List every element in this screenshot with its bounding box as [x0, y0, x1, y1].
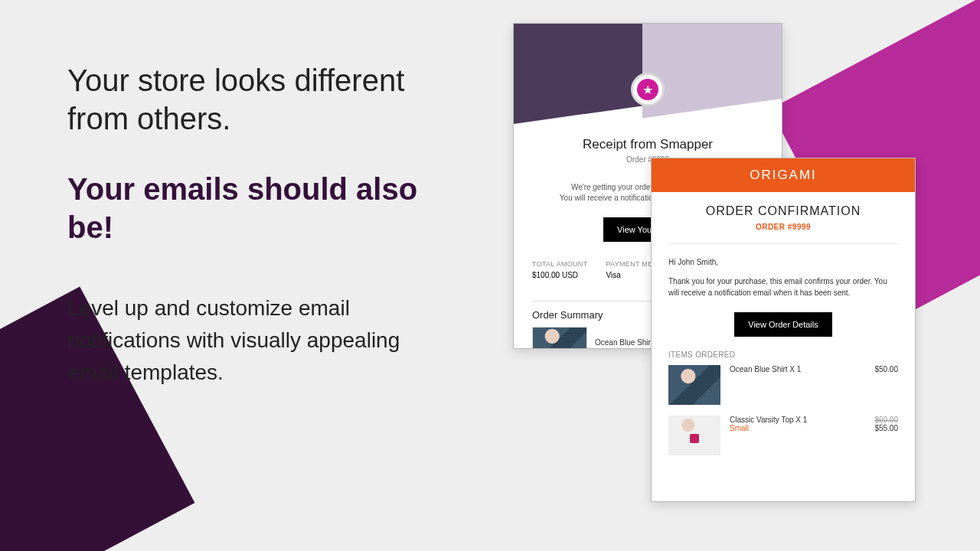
product-name: Classic Varsity Top X 1	[730, 416, 865, 424]
product-thumbnail	[532, 327, 587, 349]
email-preview-origami: ORIGAMI ORDER CONFIRMATION ORDER #9999 H…	[651, 158, 916, 502]
product-price: $50.00	[874, 365, 898, 373]
brand-badge: ★	[631, 73, 665, 106]
smapper-title: Receipt from Smapper	[528, 137, 768, 152]
view-order-details-button[interactable]: View Order Details	[734, 312, 832, 337]
origami-title: ORDER CONFIRMATION	[668, 204, 898, 218]
product-price-old: $60.00	[874, 416, 898, 424]
marketing-copy: Your store looks different from others. …	[67, 61, 450, 389]
origami-order-number: ORDER #9999	[668, 223, 898, 231]
product-variant: Small	[730, 424, 865, 432]
product-thumbnail	[668, 365, 720, 405]
origami-greeting: Hi John Smith,	[668, 256, 898, 268]
product-name: Ocean Blue Shirt X 1	[730, 365, 865, 373]
star-icon: ★	[637, 79, 658, 100]
order-item-row: Classic Varsity Top X 1 Small $60.00 $55…	[668, 416, 898, 455]
order-item-row: Ocean Blue Shirt X 1 $50.00	[668, 365, 898, 405]
divider	[668, 243, 898, 244]
subhead: Your emails should also be!	[67, 170, 450, 246]
body-text: Level up and customize email notificatio…	[67, 292, 450, 389]
product-thumbnail	[668, 416, 720, 455]
origami-brand-header: ORIGAMI	[652, 158, 915, 192]
items-ordered-label: ITEMS ORDERED	[668, 350, 898, 359]
total-amount-label: TOTAL AMOUNT	[532, 260, 587, 268]
total-amount-block: TOTAL AMOUNT $100.00 USD	[532, 260, 587, 279]
smapper-hero: ★	[514, 24, 782, 108]
origami-body-text: Thank you for your purchase, this email …	[668, 276, 898, 298]
hero-shape-light	[642, 23, 783, 119]
product-price: $55.00	[874, 424, 898, 432]
total-amount-value: $100.00 USD	[532, 271, 587, 279]
headline: Your store looks different from others.	[67, 61, 450, 138]
